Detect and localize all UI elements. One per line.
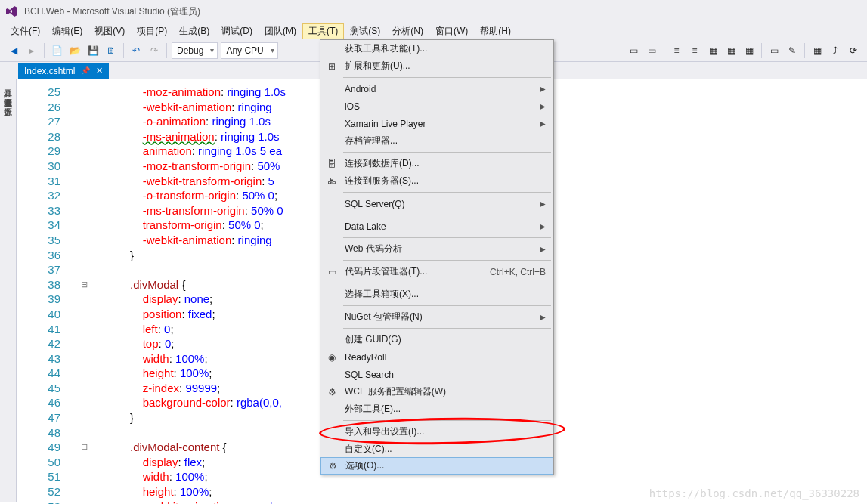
menu-item[interactable]: 帮助(H) (474, 23, 517, 39)
menu-separator (343, 192, 551, 193)
close-icon[interactable]: ✕ (96, 66, 103, 76)
menu-item[interactable]: ⚙WCF 服务配置编辑器(W) (320, 383, 553, 400)
menu-item-icon: ⊞ (320, 61, 343, 72)
menu-item[interactable]: NuGet 包管理器(N)▶ (320, 308, 553, 326)
nav-fwd-icon: ▸ (23, 42, 40, 59)
separator (44, 43, 45, 58)
separator (664, 43, 664, 58)
menu-item[interactable]: 生成(B) (173, 23, 215, 39)
menu-item[interactable]: 视图(V) (88, 23, 131, 39)
menu-item-icon: 🗄 (320, 159, 343, 169)
menu-item[interactable]: 文件(F) (5, 23, 46, 39)
menu-item[interactable]: SQL Server(Q)▶ (320, 195, 553, 212)
menu-item[interactable]: ⚙选项(O)... (320, 457, 553, 475)
menu-item-label: Android (343, 84, 535, 94)
save-icon[interactable]: 💾 (85, 42, 101, 59)
menu-item[interactable]: iOS▶ (320, 97, 553, 115)
side-tab[interactable]: 测试资源管理器 (0, 88, 16, 97)
menu-item-label: 连接到数据库(D)... (343, 157, 546, 170)
redo-icon: ↷ (146, 42, 163, 59)
menu-item[interactable]: 创建 GUID(G) (320, 331, 553, 348)
menu-item[interactable]: Data Lake▶ (320, 218, 553, 235)
tool-icon[interactable]: ≡ (686, 42, 703, 59)
separator (123, 43, 124, 58)
menu-item[interactable]: Android▶ (320, 80, 553, 97)
menu-item[interactable]: 自定义(C)... (320, 441, 553, 458)
submenu-arrow-icon: ▶ (535, 222, 546, 230)
menu-item-label: Web 代码分析 (343, 243, 535, 255)
menu-item[interactable]: 分析(N) (386, 23, 429, 39)
menubar[interactable]: 文件(F)编辑(E)视图(V)项目(P)生成(B)调试(D)团队(M)工具(T)… (0, 23, 867, 39)
config-combo[interactable]: Debug (172, 42, 218, 59)
tab-index-cshtml[interactable]: Index.cshtml 📌 ✕ (18, 63, 109, 79)
menu-item[interactable]: 工具(T) (302, 23, 344, 39)
tool-icon[interactable]: ▦ (704, 42, 721, 59)
menu-item-label: iOS (343, 101, 535, 112)
menu-item[interactable]: 导入和导出设置(I)... (320, 423, 553, 441)
menu-item-label: Xamarin Live Player (343, 119, 535, 129)
tool-icon[interactable]: ▭ (766, 42, 782, 59)
menu-item[interactable]: ▭代码片段管理器(T)...Ctrl+K, Ctrl+B (320, 263, 553, 280)
menu-item[interactable]: Web 代码分析▶ (320, 240, 553, 258)
tool-icon[interactable]: ≡ (668, 42, 685, 59)
tools-menu-dropdown[interactable]: 获取工具和功能(T)...⊞扩展和更新(U)...Android▶iOS▶Xam… (320, 39, 554, 475)
undo-icon[interactable]: ↶ (128, 42, 144, 59)
menu-item-label: 创建 GUID(G) (343, 333, 546, 346)
menu-item[interactable]: ◉ReadyRoll (320, 348, 553, 366)
tool-icon[interactable]: ⤴ (827, 42, 844, 59)
menu-item-label: 扩展和更新(U)... (343, 60, 546, 73)
menu-item[interactable]: 获取工具和功能(T)... (320, 40, 553, 57)
platform-combo[interactable]: Any CPU (221, 42, 277, 59)
side-tab[interactable]: 数据源 (0, 97, 16, 106)
side-tab[interactable]: 工具箱 (0, 79, 16, 88)
submenu-arrow-icon: ▶ (535, 119, 546, 128)
menu-item[interactable]: 外部工具(E)... (320, 400, 553, 418)
menu-item[interactable]: Xamarin Live Player▶ (320, 115, 553, 132)
tool-icon[interactable]: ▦ (809, 42, 825, 59)
menu-item-label: 获取工具和功能(T)... (343, 42, 546, 55)
menu-item[interactable]: 🖧连接到服务器(S)... (320, 172, 553, 190)
open-file-icon[interactable]: 📂 (67, 42, 83, 59)
tool-icon[interactable]: ✎ (784, 42, 800, 59)
menu-separator (343, 215, 551, 215)
menu-item[interactable]: 窗口(W) (429, 23, 474, 39)
menu-item[interactable]: 调试(D) (215, 23, 259, 39)
menu-item[interactable]: 测试(S) (344, 23, 386, 39)
nav-back-icon[interactable]: ◀ (5, 42, 22, 59)
menu-item[interactable]: 存档管理器... (320, 132, 553, 150)
menu-item-label: 连接到服务器(S)... (343, 175, 546, 187)
menu-item[interactable]: SQL Search (320, 366, 553, 383)
watermark: https://blog.csdn.net/qq_36330228 (649, 487, 859, 499)
tool-icon[interactable]: ▦ (741, 42, 757, 59)
fold-gutter[interactable]: ⊟⊟ (79, 79, 89, 504)
window-title: BCH.Web - Microsoft Visual Studio (管理员) (24, 5, 200, 18)
menu-item[interactable]: 项目(P) (131, 23, 173, 39)
pin-icon[interactable]: 📌 (81, 66, 90, 75)
tool-icon[interactable]: ▭ (643, 42, 660, 59)
line-number-gutter: 2526272829303132333435363738394041424344… (17, 79, 77, 504)
tool-icon[interactable]: ▭ (625, 42, 642, 59)
menu-item-label: 自定义(C)... (343, 443, 546, 456)
tool-icon[interactable]: ▦ (723, 42, 739, 59)
tool-icon[interactable]: ⟳ (845, 42, 862, 59)
titlebar: BCH.Web - Microsoft Visual Studio (管理员) (0, 0, 867, 23)
menu-item[interactable]: ⊞扩展和更新(U)... (320, 57, 553, 75)
menu-item[interactable]: 团队(M) (259, 23, 302, 39)
menu-separator (343, 237, 551, 238)
menu-item-label: 存档管理器... (343, 135, 546, 147)
new-project-icon[interactable]: 📄 (48, 42, 65, 59)
menu-item[interactable]: 选择工具箱项(X)... (320, 286, 553, 303)
separator (166, 43, 167, 58)
menu-item-label: NuGet 包管理器(N) (343, 311, 535, 323)
menu-separator (343, 77, 551, 78)
menu-separator (343, 305, 551, 306)
vs-logo-icon (6, 5, 18, 17)
menu-item-label: SQL Server(Q) (343, 199, 535, 209)
submenu-arrow-icon: ▶ (535, 199, 546, 208)
menu-separator (343, 283, 551, 283)
menu-item[interactable]: 编辑(E) (46, 23, 88, 39)
menu-item[interactable]: 🗄连接到数据库(D)... (320, 155, 553, 172)
submenu-arrow-icon: ▶ (535, 102, 546, 110)
menu-separator (343, 152, 551, 153)
save-all-icon[interactable]: 🗎 (103, 42, 119, 59)
